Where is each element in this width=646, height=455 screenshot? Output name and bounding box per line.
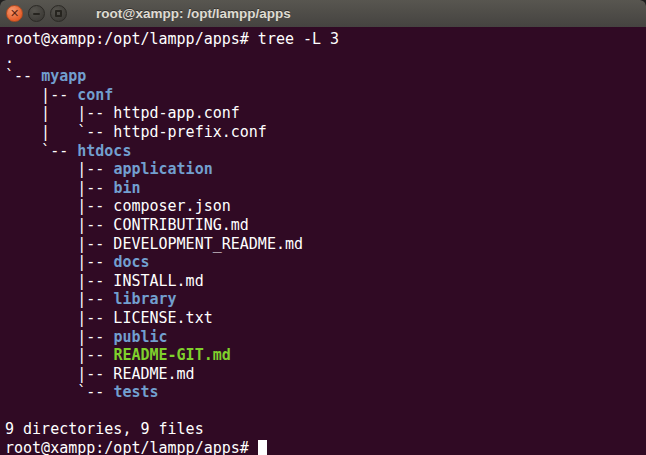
terminal-text: 9 directories, 9 files [5,420,204,438]
close-button[interactable]: ✕ [6,5,23,22]
terminal-text: |-- README.md [5,365,195,383]
minimize-button[interactable] [28,5,45,22]
terminal-line: |-- README.md [5,365,644,384]
minimize-icon [33,13,40,15]
terminal-line: |-- README-GIT.md [5,346,644,365]
terminal-window: ✕ root@xampp: /opt/lampp/apps root@xampp… [0,0,646,455]
directory-name: bin [113,179,140,197]
terminal-line: |-- docs [5,253,644,272]
terminal-cursor [258,440,267,455]
terminal-text: |-- LICENSE.txt [5,309,213,327]
terminal-text: |-- [5,179,113,197]
directory-name: docs [113,253,149,271]
terminal-line: |-- library [5,290,644,309]
terminal-line: | `-- httpd-prefix.conf [5,123,644,142]
terminal-text: |-- CONTRIBUTING.md [5,216,249,234]
terminal-line: root@xampp:/opt/lampp/apps# tree -L 3 [5,30,644,49]
directory-name: library [113,290,176,308]
terminal-line: 9 directories, 9 files [5,420,644,439]
terminal-text: |-- [5,86,77,104]
close-icon: ✕ [10,8,19,19]
terminal-line: | |-- httpd-app.conf [5,104,644,123]
terminal-line: |-- DEVELOPMENT_README.md [5,235,644,254]
terminal-text: |-- [5,160,113,178]
terminal-line: `-- htdocs [5,142,644,161]
directory-name: conf [77,86,113,104]
terminal-text: root@xampp:/opt/lampp/apps# [5,439,258,455]
terminal-line: `-- myapp [5,67,644,86]
directory-name: public [113,328,167,346]
terminal-text: . [5,49,14,67]
terminal-text: | |-- httpd-app.conf [5,104,240,122]
window-controls: ✕ [6,5,67,22]
terminal-text: |-- [5,290,113,308]
terminal-line: |-- bin [5,179,644,198]
terminal-line: |-- composer.json [5,197,644,216]
terminal-line: root@xampp:/opt/lampp/apps# [5,439,644,455]
terminal-text: `-- [5,383,113,401]
terminal-output[interactable]: root@xampp:/opt/lampp/apps# tree -L 3.`-… [0,27,646,455]
terminal-line: |-- conf [5,86,644,105]
directory-name: tests [113,383,158,401]
terminal-text: `-- [5,67,41,85]
terminal-text: | `-- httpd-prefix.conf [5,123,267,141]
terminal-line [5,402,644,421]
directory-name: application [113,160,212,178]
terminal-line: |-- application [5,160,644,179]
terminal-line: |-- public [5,328,644,347]
terminal-text: root@xampp:/opt/lampp/apps# tree -L 3 [5,30,339,48]
terminal-line: |-- LICENSE.txt [5,309,644,328]
terminal-text: |-- [5,253,113,271]
terminal-text: |-- [5,346,113,364]
terminal-text: |-- [5,328,113,346]
window-title: root@xampp: /opt/lampp/apps [96,6,291,21]
executable-file-name: README-GIT.md [113,346,230,364]
directory-name: htdocs [77,142,131,160]
terminal-text: |-- DEVELOPMENT_README.md [5,235,303,253]
terminal-text: |-- composer.json [5,197,231,215]
terminal-line: . [5,49,644,68]
terminal-text: |-- INSTALL.md [5,272,204,290]
terminal-line: `-- tests [5,383,644,402]
terminal-line: |-- INSTALL.md [5,272,644,291]
maximize-icon [55,10,62,17]
terminal-line: |-- CONTRIBUTING.md [5,216,644,235]
directory-name: myapp [41,67,86,85]
titlebar[interactable]: ✕ root@xampp: /opt/lampp/apps [0,0,646,27]
maximize-button[interactable] [50,5,67,22]
terminal-text: `-- [5,142,77,160]
